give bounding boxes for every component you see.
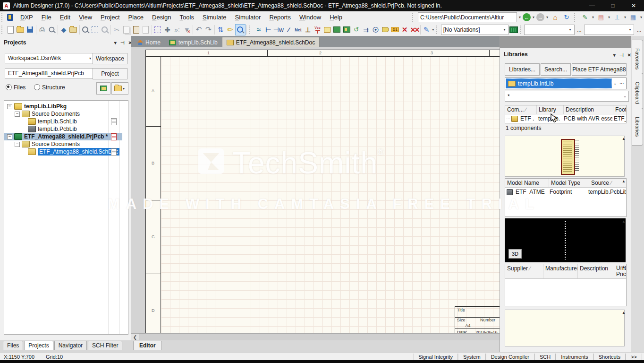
place-net-label-icon[interactable]: Net <box>293 25 303 35</box>
line-color-dropdown-icon[interactable]: ▾ <box>431 27 435 32</box>
open-document-icon[interactable] <box>16 25 25 35</box>
workspace-select[interactable]: Workspace1.DsnWrk▾ <box>5 53 95 63</box>
place-sheet-symbol-icon[interactable] <box>332 25 342 35</box>
paste-icon[interactable] <box>131 25 141 35</box>
back-icon[interactable]: ← <box>523 13 531 21</box>
paste-special-icon[interactable] <box>141 25 151 35</box>
col-footprint[interactable]: Footpr <box>613 105 626 114</box>
grid-tool-dropdown-icon[interactable]: ▾ <box>639 15 643 19</box>
align-tool-dropdown-icon[interactable]: ▾ <box>607 15 611 19</box>
storage-manager-icon[interactable] <box>68 25 78 35</box>
draw-tool-icon[interactable]: ✎ <box>580 12 590 23</box>
place-signal-harness-icon[interactable]: ⊣w <box>273 25 284 35</box>
search-button[interactable]: Search... <box>541 63 571 76</box>
menu-simulator[interactable]: Simulator <box>230 12 265 22</box>
process-more-1-button[interactable]: ... <box>575 25 585 35</box>
files-radio[interactable]: Files <box>6 84 25 91</box>
place-device-sheet-icon[interactable]: ↺ <box>351 25 361 35</box>
status-signal-integrity[interactable]: Signal Integrity <box>413 354 458 360</box>
break-wire-icon[interactable]: »: <box>172 25 182 35</box>
refresh-icon[interactable]: ↻ <box>561 12 572 23</box>
menu-view[interactable]: View <box>75 12 96 22</box>
component-filter-input[interactable]: * ⌄ <box>505 91 629 102</box>
save-icon[interactable] <box>25 25 35 35</box>
clear-filter-icon[interactable]: ▼✕ <box>182 25 192 35</box>
status-system[interactable]: System <box>458 354 486 360</box>
scroll-left-icon[interactable]: ❮ <box>131 334 139 340</box>
col-model-type[interactable]: Model Type <box>549 179 589 187</box>
schematic-canvas[interactable]: 1 2 3 A B C D Tit <box>131 47 500 333</box>
files-radio-icon[interactable] <box>6 84 12 90</box>
print-preview-icon[interactable] <box>47 25 57 35</box>
menu-place[interactable]: Place <box>124 12 148 22</box>
align-tool-icon[interactable]: ▤ <box>596 12 606 23</box>
menu-project[interactable]: Project <box>96 12 124 22</box>
col-description[interactable]: Description <box>564 105 613 114</box>
model-row[interactable]: ETF_ATME Footprint tempLib.PcbLib <box>505 188 626 196</box>
menu-simulate[interactable]: Simulate <box>198 12 231 22</box>
power-port-tool-icon[interactable]: ⊥ <box>612 12 622 23</box>
pin-icon[interactable]: ⊣ <box>619 52 624 58</box>
line-color-icon[interactable]: ✎ <box>422 25 432 35</box>
close-button[interactable]: ✕ <box>623 0 644 11</box>
power-port-tool-dropdown-icon[interactable]: ▾ <box>623 15 627 19</box>
move-selection-icon[interactable]: ✚ <box>162 25 172 35</box>
place-port-icon[interactable] <box>381 25 390 35</box>
doc-tab-home[interactable]: Home <box>133 37 165 47</box>
place-gnd-power-port-icon[interactable]: ⊥ <box>303 25 313 35</box>
col-model-name[interactable]: Model Name <box>505 179 549 187</box>
col-component[interactable]: Com... ∕ <box>505 105 537 114</box>
col-supplier-description[interactable]: Description <box>578 264 614 278</box>
tab-sch-filter[interactable]: SCH Filter <box>88 341 122 350</box>
browse-document-icon[interactable] <box>235 24 246 35</box>
zoom-area-icon[interactable] <box>90 25 100 35</box>
process-more-2-button[interactable]: ... <box>634 25 644 35</box>
collapse-icon[interactable]: − <box>15 112 20 117</box>
pin-icon[interactable]: ⊣ <box>120 40 125 45</box>
new-document-icon[interactable] <box>6 25 16 35</box>
toolbar-grip[interactable] <box>1 26 4 34</box>
horizontal-scrollbar[interactable]: ❮ <box>131 333 500 341</box>
menu-design[interactable]: Design <box>148 12 175 22</box>
status-instruments[interactable]: Instruments <box>556 354 593 360</box>
redo-icon[interactable]: ↷ <box>203 25 213 35</box>
fit-document-icon[interactable] <box>81 25 91 35</box>
place-bus-icon[interactable]: ⊢ <box>263 25 273 35</box>
open-project-button[interactable]: ▾ <box>111 82 128 95</box>
home-icon[interactable]: ⌂ <box>550 12 560 23</box>
menu-edit[interactable]: Edit <box>56 12 75 22</box>
collapse-section-icon[interactable]: ▲ <box>622 311 626 315</box>
place-no-erc-icon[interactable]: D1 <box>390 25 400 35</box>
tree-item-libpkg[interactable]: − tempLib.LibPkg <box>4 103 128 110</box>
symbol-preview[interactable] <box>505 136 625 177</box>
doc-tab-schdoc-active[interactable]: ETF_Atmega88_shield.SchDoc <box>222 37 320 47</box>
tab-files[interactable]: Files <box>3 341 23 350</box>
panel-menu-icon[interactable]: ▾ <box>114 40 117 45</box>
filter-dropdown-icon[interactable]: ⌄ <box>622 94 628 98</box>
tab-projects[interactable]: Projects <box>24 341 53 350</box>
toolbar-grip[interactable] <box>1 13 5 22</box>
component-view-button[interactable] <box>96 82 110 95</box>
dxp-icon[interactable] <box>7 14 13 21</box>
status-design-compiler[interactable]: Design Compiler <box>486 354 534 360</box>
place-sheet-entry-icon[interactable] <box>342 25 352 35</box>
status-more[interactable]: >> <box>626 354 642 360</box>
maximize-button[interactable]: □ <box>602 0 623 11</box>
workspace-panels-icon[interactable]: ◆ <box>59 25 69 35</box>
back-dropdown-icon[interactable]: ▾ <box>532 15 535 19</box>
grid-tool-icon[interactable]: ▦ <box>628 12 638 23</box>
toolbar-grip[interactable] <box>249 26 252 34</box>
zoom-selection-icon[interactable] <box>100 25 110 35</box>
col-manufacturer[interactable]: Manufacturer <box>543 264 578 278</box>
tree-item-schlib[interactable]: tempLib.SchLib <box>4 118 128 125</box>
tree-item-pcblib[interactable]: tempLib.PcbLib <box>4 125 128 133</box>
collapse-section-icon[interactable]: ▲ <box>622 137 626 141</box>
toolbar-grip[interactable] <box>436 26 439 34</box>
variations-combo[interactable]: [No Variations]▾ <box>441 25 509 35</box>
tree-item-source-documents[interactable]: − Source Documents <box>4 110 128 118</box>
status-shortcuts[interactable]: Shortcuts <box>593 354 626 360</box>
forward-dropdown-icon[interactable]: ▾ <box>545 15 549 19</box>
place-part-icon[interactable] <box>322 25 332 35</box>
print-icon[interactable]: ⎙ <box>37 25 47 35</box>
collapse-icon[interactable]: − <box>7 104 12 109</box>
